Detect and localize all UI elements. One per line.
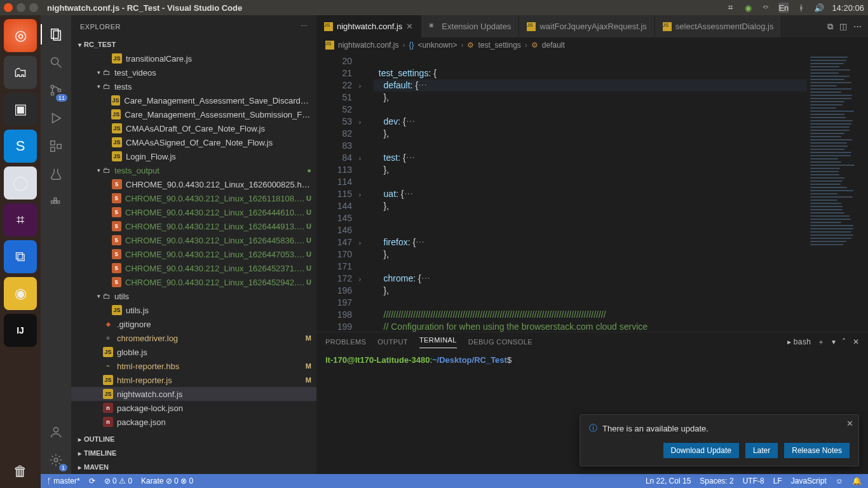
breadcrumb[interactable]: JS nightwatch.conf.js› {}<unknown>› ⚙tes… [316, 37, 868, 53]
editor-tab[interactable]: JSwaitForJqueryAjaxRequest.js [519, 15, 654, 37]
activity-account-icon[interactable] [41, 418, 71, 446]
panel-tab-output[interactable]: OUTPUT [377, 338, 408, 346]
tree-item[interactable]: JSgloble.js [71, 345, 316, 359]
status-bar: ᚶ master* ⟳ ⊘ 0 ⚠ 0 Karate ⊘ 0 ⊗ 0 Ln 22… [41, 474, 868, 488]
code-editor[interactable]: 202122›515253›828384›113114115›144145146… [316, 53, 868, 332]
launcher-intellij-icon[interactable]: IJ [4, 314, 37, 347]
panel-close-icon[interactable]: ✕ [853, 337, 859, 346]
volume-icon[interactable]: 🔊 [814, 3, 824, 13]
panel-tab-terminal[interactable]: TERMINAL [419, 336, 457, 348]
launcher-trash-icon[interactable]: 🗑 [4, 455, 37, 488]
launcher-dash-icon[interactable]: ◎ [4, 19, 37, 52]
status-karate[interactable]: Karate ⊘ 0 ⊗ 0 [141, 477, 193, 485]
status-spaces[interactable]: Spaces: 2 [700, 477, 733, 485]
tree-item[interactable]: 5CHROME_90.0.4430.212_Linux_1626445836.h… [71, 233, 316, 247]
notification-close-icon[interactable]: ✕ [846, 419, 853, 428]
tree-item[interactable]: 5CHROME_90.0.4430.212_Linux_1626118108.h… [71, 191, 316, 205]
tree-item[interactable]: ~html-reporter.hbsM [71, 359, 316, 373]
status-bell-icon[interactable]: 🔔 [852, 477, 862, 485]
terminal-shell-label[interactable]: ▸ bash [787, 337, 811, 346]
tree-item[interactable]: ▾🗀tests_output● [71, 163, 316, 177]
tree-item[interactable]: 5CHROME_90.0.4430.212_Linux_1626444610.h… [71, 205, 316, 219]
download-update-button[interactable]: Download Update [663, 443, 739, 458]
terminal-split-icon[interactable]: ▾ [832, 337, 836, 346]
launcher-skype-icon[interactable]: S [4, 130, 37, 163]
status-tray-icon[interactable]: ◉ [743, 3, 753, 13]
activity-docker-icon[interactable] [41, 188, 71, 216]
tree-item[interactable]: 5CHROME_90.0.4430.212_Linux_1626444913.h… [71, 219, 316, 233]
tree-item[interactable]: npackage-lock.json [71, 401, 316, 415]
tree-item[interactable]: ≡chromedriver.logM [71, 331, 316, 345]
keyboard-layout-indicator[interactable]: En [778, 3, 789, 13]
tree-item[interactable]: 5CHROME_90.0.4430.212_Linux_1626000825.h… [71, 177, 316, 191]
tree-item[interactable]: JStransitionalCare.js [71, 51, 316, 65]
editor-tab[interactable]: JSnightwatch.conf.js✕ [316, 15, 421, 37]
sidebar-outline-header[interactable]: ▸OUTLINE [71, 432, 316, 446]
window-close-icon[interactable] [4, 3, 13, 12]
sidebar-maven-header[interactable]: ▸MAVEN [71, 460, 316, 474]
wifi-icon[interactable]: ⌔ [761, 3, 771, 13]
tree-item[interactable]: ▾🗀test_videos [71, 65, 316, 79]
sidebar-timeline-header[interactable]: ▸TIMELINE [71, 446, 316, 460]
sidebar: EXPLORER ⋯ ▾RC_TEST JStransitionalCare.j… [71, 15, 316, 474]
tree-item[interactable]: ▾🗀tests [71, 79, 316, 93]
minimap[interactable] [807, 53, 868, 332]
launcher-terminal-icon[interactable]: ▣ [4, 93, 37, 126]
tab-split-icon[interactable]: ◫ [839, 22, 847, 31]
sidebar-project-header[interactable]: ▾RC_TEST [71, 37, 316, 51]
status-language[interactable]: JavaScript [791, 477, 827, 485]
tree-item[interactable]: JSnightwatch.conf.js [71, 387, 316, 401]
later-button[interactable]: Later [745, 443, 778, 458]
tree-item[interactable]: JShtml-reporter.jsM [71, 373, 316, 387]
status-eol[interactable]: LF [773, 477, 782, 485]
launcher-chrome-icon[interactable]: ◉ [4, 277, 37, 310]
tree-item[interactable]: JSCMAAsASigned_Of_Care_Note_Flow.js [71, 135, 316, 149]
window-maximize-icon[interactable] [29, 3, 38, 12]
tab-close-icon[interactable]: ✕ [406, 22, 413, 31]
tree-item[interactable]: ▾🗀utils [71, 289, 316, 303]
tab-compare-icon[interactable]: ⧉ [827, 22, 833, 32]
slack-tray-icon[interactable]: ⌗ [725, 3, 735, 13]
panel-tab-debug[interactable]: DEBUG CONSOLE [468, 338, 532, 346]
status-feedback-icon[interactable]: ☺ [836, 477, 843, 485]
bluetooth-icon[interactable]: ᚼ [796, 3, 806, 13]
tree-item[interactable]: JSutils.js [71, 303, 316, 317]
status-encoding[interactable]: UTF-8 [743, 477, 764, 485]
activity-explorer-icon[interactable] [41, 20, 71, 48]
tree-item[interactable]: JSLogin_Flow.js [71, 149, 316, 163]
tree-item[interactable]: ◆.gitignore [71, 317, 316, 331]
activity-search-icon[interactable] [41, 48, 71, 76]
status-branch[interactable]: ᚶ master* [47, 477, 80, 485]
panel-tab-problems[interactable]: PROBLEMS [325, 338, 366, 346]
tab-more-icon[interactable]: ⋯ [853, 22, 862, 31]
sidebar-more-icon[interactable]: ⋯ [301, 22, 308, 30]
activity-scm-icon[interactable]: 11 [41, 76, 71, 104]
activity-debug-icon[interactable] [41, 104, 71, 132]
panel-maximize-icon[interactable]: ˄ [842, 337, 846, 346]
tree-item[interactable]: JSCare_Management_Assessment_Submission_… [71, 107, 316, 121]
launcher-vscode-icon[interactable]: ⧉ [4, 240, 37, 273]
launcher-slack-icon[interactable]: ⌗ [4, 203, 37, 236]
release-notes-button[interactable]: Release Notes [784, 443, 850, 458]
status-sync-icon[interactable]: ⟳ [89, 477, 95, 485]
tree-item[interactable]: JSCare_Management_Assessment_Save_Discar… [71, 93, 316, 107]
launcher-files-icon[interactable]: 🗂 [4, 56, 37, 89]
terminal-new-icon[interactable]: ＋ [817, 337, 825, 348]
editor-tab[interactable]: JSselectAssessmentDialog.js [655, 15, 782, 37]
launcher-chromium-icon[interactable]: ◯ [4, 166, 37, 200]
activity-settings-icon[interactable]: 1 [41, 446, 71, 474]
editor-tab[interactable]: ▣Extension Updates [421, 15, 519, 37]
window-minimize-icon[interactable] [17, 3, 25, 12]
tree-item[interactable]: JSCMAAsADraft_Of_Care_Note_Flow.js [71, 121, 316, 135]
svg-point-16 [54, 458, 58, 462]
activity-extensions-icon[interactable] [41, 132, 71, 160]
tree-item[interactable]: 5CHROME_90.0.4430.212_Linux_1626452942.h… [71, 275, 316, 289]
tree-item[interactable]: npackage.json [71, 415, 316, 429]
status-problems[interactable]: ⊘ 0 ⚠ 0 [104, 477, 132, 485]
tree-item[interactable]: 5CHROME_90.0.4430.212_Linux_1626447053.h… [71, 247, 316, 261]
clock[interactable]: 14:20:06 [832, 3, 864, 13]
status-cursor-pos[interactable]: Ln 22, Col 15 [646, 477, 691, 485]
tree-item[interactable]: 5CHROME_90.0.4430.212_Linux_1626452371.h… [71, 261, 316, 275]
terminal[interactable]: lt-170@lt170-Latitude-3480:~/Desktop/RC_… [316, 351, 868, 369]
activity-test-icon[interactable] [41, 160, 71, 188]
